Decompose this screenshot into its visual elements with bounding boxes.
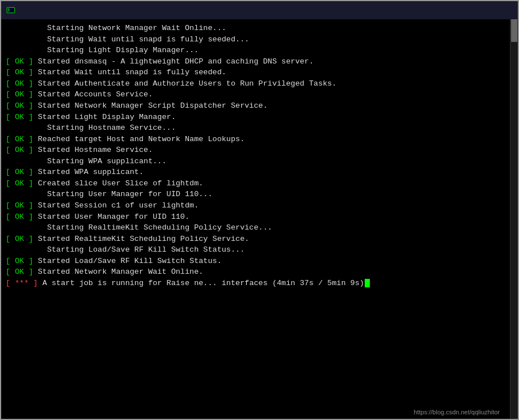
terminal-line: [ OK ] Started Authenticate and Authoriz… [6,78,505,90]
close-button[interactable] [497,5,513,16]
terminal-line: [ OK ] Created slice User Slice of light… [6,178,505,189]
terminal-line: [ OK ] Started Network Manager Wait Onli… [6,266,505,278]
terminal-cursor [365,279,370,287]
terminal-line: [ OK ] Started User Manager for UID 110. [6,211,505,223]
scrollbar[interactable] [510,19,518,419]
terminal-container: Starting Network Manager Wait Online... … [1,19,518,419]
terminal-line: Starting Light Display Manager... [6,45,505,56]
terminal-line: [ *** ] A start job is running for Raise… [6,278,505,289]
window-controls [463,5,513,16]
svg-rect-4 [8,11,9,11]
terminal-line: [ OK ] Started Light Display Manager. [6,112,505,123]
title-bar-left [6,5,19,15]
title-bar [1,1,518,19]
terminal-line: [ OK ] Started WPA supplicant. [6,167,505,178]
terminal-line: Starting User Manager for UID 110... [6,189,505,200]
terminal-line: [ OK ] Started Load/Save RF Kill Switch … [6,256,505,267]
terminal-line: Starting Network Manager Wait Online... [6,23,505,34]
terminal-line: [ OK ] Started Session c1 of user lightd… [6,200,505,211]
terminal-line: Starting Load/Save RF Kill Switch Status… [6,244,505,256]
terminal-line: Starting Wait until snapd is fully seede… [6,34,505,45]
svg-rect-2 [8,9,9,9]
terminal-line: Starting WPA supplicant... [6,156,505,167]
terminal-line: Starting Hostname Service... [6,122,505,134]
terminal-line: [ OK ] Started dnsmasq - A lightweight D… [6,56,505,67]
terminal-output[interactable]: Starting Network Manager Wait Online... … [1,19,510,419]
minimize-button[interactable] [463,5,479,16]
svg-rect-3 [8,10,10,10]
terminal-line: [ OK ] Started Accounts Service. [6,89,505,100]
terminal-line: [ OK ] Started RealtimeKit Scheduling Po… [6,234,505,245]
watermark: https://blog.csdn.net/qqliuzhitor [413,409,500,415]
maximize-button[interactable] [480,5,496,16]
terminal-line: [ OK ] Reached target Host and Network N… [6,134,505,145]
terminal-line: [ OK ] Started Hostname Service. [6,145,505,156]
putty-window: Starting Network Manager Wait Online... … [0,0,519,420]
scrollbar-thumb[interactable] [511,19,517,42]
terminal-line: Starting RealtimeKit Scheduling Policy S… [6,222,505,234]
terminal-line: [ OK ] Started Wait until snapd is fully… [6,67,505,78]
putty-icon [6,5,16,15]
terminal-line: [ OK ] Started Network Manager Script Di… [6,100,505,112]
